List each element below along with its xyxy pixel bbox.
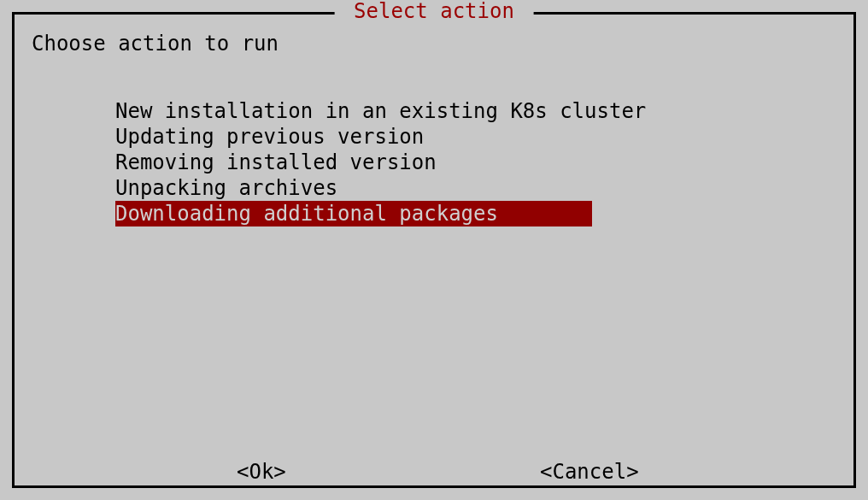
dialog-prompt: Choose action to run [32,32,279,56]
option-item[interactable]: Updating previous version [115,124,424,150]
options-list: New installation in an existing K8s clus… [115,98,646,226]
option-item[interactable]: New installation in an existing K8s clus… [115,98,646,124]
option-item[interactable]: Removing installed version [115,150,437,175]
dialog-box: Select action Choose action to run New i… [12,12,856,488]
option-item-selected[interactable]: Downloading additional packages [115,201,592,226]
ok-button[interactable]: <Ok> [237,460,286,484]
cancel-button[interactable]: <Cancel> [540,460,639,484]
dialog-title: Select action [335,0,534,23]
option-item[interactable]: Unpacking archives [115,175,337,201]
